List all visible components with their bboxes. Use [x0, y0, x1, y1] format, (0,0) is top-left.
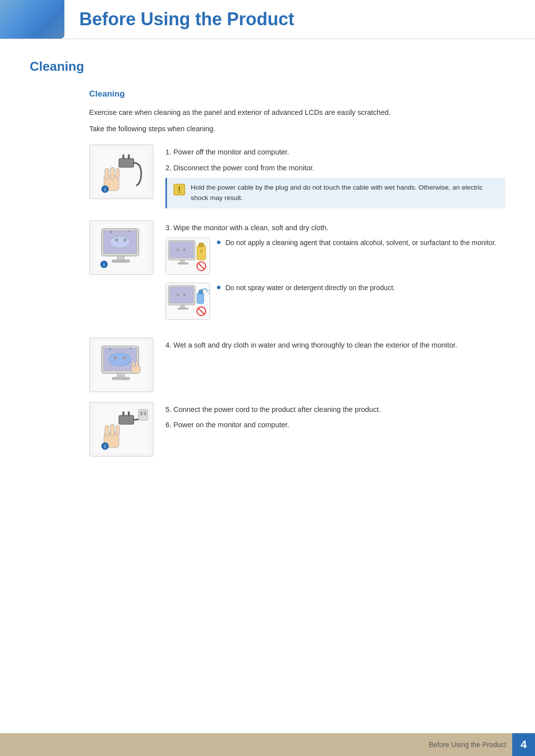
- svg-point-31: [177, 249, 179, 251]
- svg-rect-71: [128, 411, 130, 416]
- bullet-row-1: C Do not apply a cleaning agent that con…: [165, 238, 505, 275]
- svg-point-43: [177, 294, 179, 296]
- svg-rect-66: [105, 425, 109, 436]
- step-5-line-1: 5. Connect the power cord to the product…: [165, 404, 505, 415]
- step-4-image: ✦ ✦: [89, 338, 154, 392]
- svg-rect-73: [140, 411, 143, 415]
- svg-rect-18: [112, 260, 130, 262]
- svg-rect-5: [110, 167, 114, 179]
- svg-rect-34: [199, 243, 204, 247]
- bullet-2-image: [165, 283, 210, 320]
- svg-point-21: [110, 236, 130, 248]
- svg-rect-62: [132, 362, 135, 367]
- step-1-row: i 1. Power off the monitor and computer.…: [89, 145, 505, 210]
- svg-text:✦: ✦: [128, 229, 131, 234]
- intro-text-2: Take the following steps when cleaning.: [89, 123, 505, 135]
- intro-text-1: Exercise care when cleaning as the panel…: [89, 107, 505, 118]
- step-5-text-block: 5. Connect the power cord to the product…: [165, 402, 505, 435]
- svg-point-44: [183, 294, 186, 296]
- step-3-line-1: 3. Wipe the monitor with a clean, soft a…: [165, 222, 505, 234]
- svg-rect-63: [136, 361, 138, 367]
- svg-rect-67: [110, 424, 114, 436]
- svg-rect-45: [197, 293, 204, 303]
- svg-text:✦: ✦: [108, 347, 112, 352]
- bullet-item-1: Do not apply a cleaning agent that conta…: [217, 238, 496, 249]
- bullet-2-content: Do not spray water or detergent directly…: [217, 283, 395, 299]
- bullet-text-2: Do not spray water or detergent directly…: [225, 283, 395, 294]
- step-3-image: ✦ ✦ i: [89, 220, 154, 275]
- step-4-line-1: 4. Wet a soft and dry cloth in water and…: [165, 340, 505, 351]
- step-1-text-block: 1. Power off the monitor and computer. 2…: [165, 145, 505, 210]
- step-1-line-1: 1. Power off the monitor and computer.: [165, 147, 505, 158]
- svg-text:i: i: [105, 444, 106, 449]
- header-blue-bar: [0, 0, 64, 39]
- svg-rect-4: [105, 168, 109, 179]
- page-title: Before Using the Product: [79, 9, 535, 30]
- step-5-image: i: [89, 402, 154, 456]
- svg-rect-8: [122, 154, 124, 159]
- svg-point-58: [109, 353, 131, 366]
- step-3-text-block: 3. Wipe the monitor with a clean, soft a…: [165, 220, 505, 328]
- step-5-row: i 5. Connect the power cord to the produ…: [89, 402, 505, 456]
- svg-rect-46: [199, 290, 203, 294]
- svg-rect-70: [122, 411, 124, 416]
- svg-text:!: !: [178, 186, 180, 194]
- bullet-1-content: Do not apply a cleaning agent that conta…: [217, 238, 496, 253]
- page-header: Before Using the Product: [0, 0, 535, 39]
- bullet-dot-2: [217, 286, 220, 289]
- svg-rect-69: [119, 415, 134, 424]
- main-content: Cleaning Cleaning Exercise care when cle…: [0, 39, 535, 496]
- step-3-row: ✦ ✦ i 3. Wipe the monitor with a clean, …: [89, 220, 505, 328]
- warning-text-1: Hold the power cable by the plug and do …: [191, 183, 499, 203]
- step-1-image: i: [89, 145, 154, 199]
- warning-box-1: ! Hold the power cable by the plug and d…: [165, 178, 505, 208]
- svg-point-22: [115, 239, 118, 242]
- svg-rect-7: [119, 158, 134, 167]
- bullet-text-1: Do not apply a cleaning agent that conta…: [225, 238, 496, 249]
- svg-rect-30: [177, 262, 188, 264]
- page-footer: Before Using the Product 4: [0, 733, 535, 756]
- svg-point-32: [183, 249, 186, 251]
- step-4-row: ✦ ✦ 4. Wet a soft and dry cloth in water…: [89, 338, 505, 392]
- svg-rect-28: [170, 242, 194, 257]
- svg-text:i: i: [105, 187, 106, 192]
- svg-rect-9: [128, 154, 130, 159]
- footer-text: Before Using the Product: [429, 741, 506, 749]
- svg-text:i: i: [104, 262, 105, 267]
- svg-point-60: [123, 356, 126, 359]
- svg-point-23: [123, 239, 126, 242]
- svg-text:✦: ✦: [109, 229, 113, 235]
- step-5-line-2: 6. Power on the monitor and computer.: [165, 419, 505, 431]
- svg-text:✦: ✦: [129, 347, 132, 351]
- svg-rect-74: [144, 411, 146, 415]
- svg-rect-1: [0, 0, 25, 39]
- bullet-item-2: Do not spray water or detergent directly…: [217, 283, 395, 294]
- footer-page-number: 4: [512, 733, 535, 756]
- svg-rect-68: [116, 425, 119, 435]
- svg-point-59: [114, 356, 117, 359]
- sub-heading: Cleaning: [89, 89, 505, 99]
- warning-icon-1: !: [173, 183, 186, 196]
- bullet-row-2: Do not spray water or detergent directly…: [165, 283, 505, 320]
- svg-rect-6: [116, 168, 119, 178]
- svg-rect-42: [177, 307, 188, 309]
- section-heading: Cleaning: [30, 59, 505, 74]
- step-4-text-block: 4. Wet a soft and dry cloth in water and…: [165, 338, 505, 355]
- svg-rect-55: [112, 377, 130, 380]
- steps-area: i 1. Power off the monitor and computer.…: [89, 145, 505, 456]
- svg-rect-72: [139, 409, 148, 420]
- svg-point-47: [207, 290, 209, 292]
- svg-text:C: C: [200, 250, 203, 253]
- step-1-line-2: 2. Disconnect the power cord from the mo…: [165, 162, 505, 174]
- bullet-dot-1: [217, 241, 220, 244]
- bullet-1-image: C: [165, 238, 210, 275]
- svg-rect-40: [170, 287, 194, 302]
